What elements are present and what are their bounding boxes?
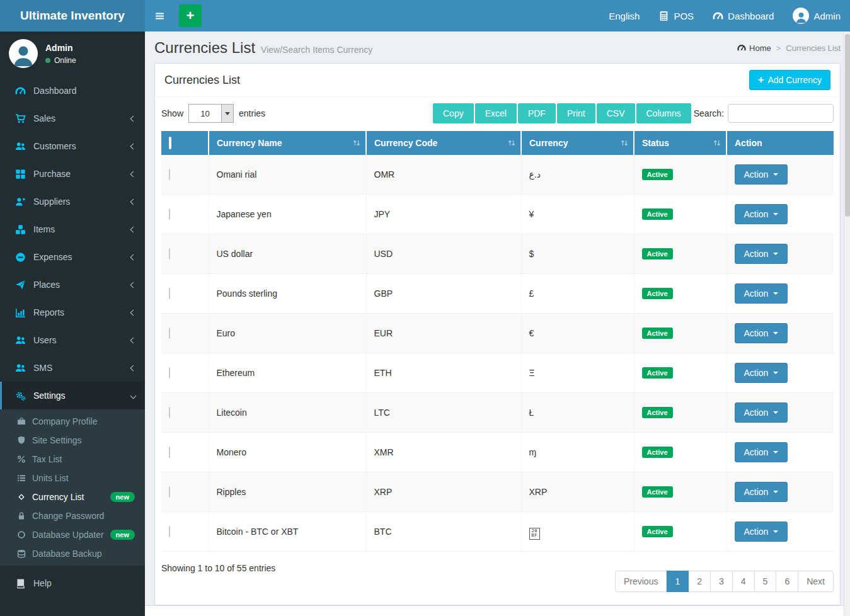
row-checkbox[interactable]	[169, 248, 170, 260]
sort-icon[interactable]	[713, 139, 721, 147]
select-all-checkbox[interactable]	[169, 137, 171, 149]
new-badge: new	[110, 492, 135, 502]
book-icon	[15, 578, 26, 589]
status-cell: Active	[634, 274, 727, 314]
diamond-icon	[17, 493, 26, 501]
action-dropdown-button[interactable]: Action	[735, 244, 788, 264]
sort-icon[interactable]	[620, 139, 629, 147]
submenu-item[interactable]: Database Updater new	[0, 525, 145, 544]
sidebar-menu-item[interactable]: Settings	[0, 382, 145, 409]
breadcrumb-home[interactable]: Home	[737, 43, 771, 53]
sidebar-menu-item[interactable]: Suppliers	[0, 188, 145, 215]
user-menu[interactable]: Admin	[783, 0, 850, 31]
submenu-item[interactable]: Currency List new	[0, 488, 145, 506]
export-button[interactable]: Columns	[636, 103, 691, 123]
currency-symbol: £	[529, 288, 534, 299]
sidebar-item-label: Places	[33, 280, 60, 290]
action-dropdown-button[interactable]: Action	[735, 323, 788, 343]
dashboard-link[interactable]: Dashboard	[703, 0, 783, 31]
export-button[interactable]: Copy	[433, 103, 474, 123]
row-checkbox[interactable]	[169, 407, 170, 418]
action-dropdown-button[interactable]: Action	[735, 442, 788, 462]
pagination-page[interactable]: 2	[689, 571, 711, 592]
column-label: Status	[642, 138, 669, 148]
currency-name-cell: Monero	[209, 433, 366, 472]
submenu-item[interactable]: Site Settings	[0, 431, 145, 450]
sidebar-menu-item[interactable]: Places	[0, 271, 145, 299]
search-input[interactable]	[728, 104, 834, 123]
sidebar-menu-item[interactable]: Expenses	[0, 243, 145, 271]
column-header[interactable]: Currency	[521, 131, 634, 155]
pagination-next[interactable]: Next	[798, 571, 834, 592]
sidebar-menu-item[interactable]: Users	[0, 326, 145, 354]
submenu-item[interactable]: Company Profile	[0, 412, 145, 431]
column-header[interactable]: Currency Name	[209, 131, 366, 155]
pagination-page[interactable]: 6	[776, 571, 798, 592]
sidebar-menu-item[interactable]: Reports	[0, 299, 145, 326]
submenu-item[interactable]: Change Password	[0, 506, 145, 525]
submenu-item[interactable]: Tax List	[0, 450, 145, 469]
export-button[interactable]: CSV	[597, 103, 635, 123]
row-checkbox[interactable]	[169, 367, 170, 379]
action-dropdown-button[interactable]: Action	[735, 482, 788, 502]
action-dropdown-button[interactable]: Action	[735, 402, 788, 423]
export-button[interactable]: Print	[557, 103, 595, 123]
users-icon	[15, 363, 26, 374]
select-all-header[interactable]	[161, 131, 209, 155]
sidebar-toggle-button[interactable]	[145, 0, 174, 31]
row-select-cell	[161, 155, 209, 195]
sidebar-menu-item[interactable]: Dashboard	[0, 77, 145, 105]
users-icon	[15, 141, 26, 152]
currency-symbol: د.ع	[529, 169, 541, 180]
language-menu[interactable]: English	[599, 0, 649, 31]
chevron-icon	[130, 365, 137, 371]
export-button[interactable]: Excel	[475, 103, 517, 123]
row-checkbox[interactable]	[169, 288, 170, 299]
action-dropdown-button[interactable]: Action	[735, 363, 788, 383]
row-checkbox[interactable]	[169, 328, 170, 339]
row-select-cell	[161, 512, 209, 552]
sidebar-menu-item[interactable]: Items	[0, 215, 145, 243]
pagination-page[interactable]: 5	[755, 571, 777, 592]
submenu-item[interactable]: Database Backup	[0, 544, 145, 563]
sidebar-item-label: Suppliers	[33, 197, 70, 207]
column-header[interactable]: Status	[634, 131, 727, 155]
action-dropdown-button[interactable]: Action	[735, 522, 788, 542]
submenu-item[interactable]: Units List	[0, 469, 145, 488]
sidebar-item-help[interactable]: Help	[0, 569, 145, 597]
row-checkbox[interactable]	[169, 486, 170, 498]
pagination-page[interactable]: 1	[667, 571, 689, 592]
quick-add-button[interactable]: +	[179, 4, 202, 27]
submenu-item-label: Change Password	[32, 511, 104, 521]
action-dropdown-button[interactable]: Action	[735, 204, 788, 224]
action-dropdown-button[interactable]: Action	[735, 283, 788, 304]
sidebar-menu-item[interactable]: Customers	[0, 132, 145, 160]
scrollbar-track[interactable]	[844, 31, 850, 616]
column-header[interactable]: Currency Code	[366, 131, 521, 155]
pos-link[interactable]: POS	[649, 0, 703, 31]
pagination-page[interactable]: 3	[711, 571, 733, 592]
sidebar-menu-item[interactable]: Purchase	[0, 160, 145, 188]
export-button[interactable]: PDF	[518, 103, 556, 123]
action-dropdown-button[interactable]: Action	[735, 164, 788, 185]
brand-logo[interactable]: Ultimate Inventory	[0, 0, 145, 31]
sidebar-item-label: Users	[33, 335, 57, 345]
sidebar-item-label: SMS	[33, 363, 52, 373]
scrollbar-thumb[interactable]	[845, 34, 850, 217]
column-header[interactable]: Action	[727, 131, 834, 155]
row-checkbox[interactable]	[169, 526, 170, 537]
pagination-previous[interactable]: Previous	[615, 571, 667, 592]
pagination-page[interactable]: 4	[733, 571, 755, 592]
sidebar-menu-item[interactable]: Sales	[0, 105, 145, 132]
row-checkbox[interactable]	[169, 447, 170, 458]
row-checkbox[interactable]	[169, 169, 170, 180]
shield-icon	[17, 436, 26, 445]
page-length-select[interactable]: 10	[188, 104, 234, 123]
sort-icon[interactable]	[507, 139, 516, 147]
add-currency-button[interactable]: + Add Currency	[749, 70, 830, 90]
sidebar-menu-item[interactable]: SMS	[0, 354, 145, 382]
top-navbar: Ultimate Inventory + English POS Dashboa…	[0, 0, 850, 31]
currency-code-cell: XMR	[366, 433, 521, 472]
row-checkbox[interactable]	[169, 208, 170, 220]
sort-icon[interactable]	[352, 139, 361, 147]
